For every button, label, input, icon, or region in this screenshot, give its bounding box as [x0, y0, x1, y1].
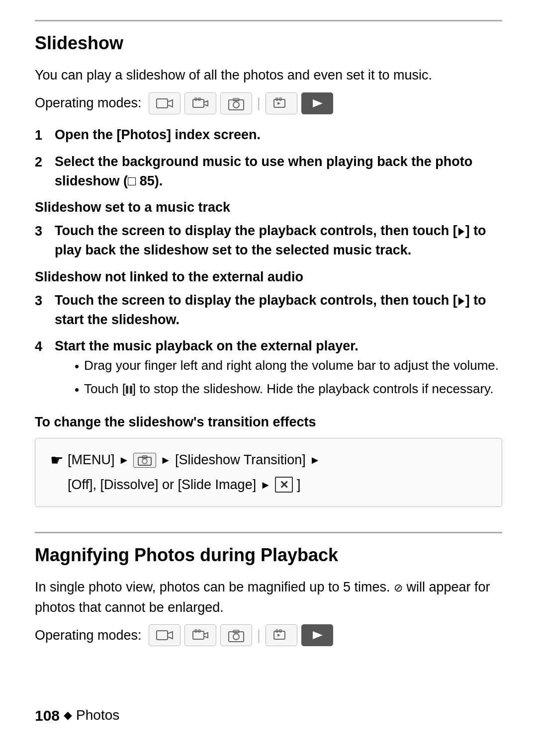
- sub-heading-music: Slideshow set to a music track: [35, 198, 502, 217]
- step-3-ext-text: Touch the screen to display the playback…: [55, 291, 502, 330]
- footer-section-label: Photos: [76, 705, 119, 726]
- mode-btn-camcorder: [149, 92, 180, 114]
- mode-btn-playback-active: [301, 92, 333, 114]
- page: Slideshow You can play a slideshow of al…: [0, 0, 537, 756]
- menu-text-1: [MENU]: [68, 450, 115, 470]
- menu-box: ☛ [MENU] ► ► [Slideshow Transition] ► ☛ …: [35, 438, 502, 507]
- arrow-3: ►: [310, 452, 321, 468]
- main-steps: 1 Open the [Photos] index screen. 2 Sele…: [35, 125, 502, 191]
- step-2-text: Select the background music to use when …: [55, 152, 502, 191]
- step-4-external: 4 Start the music playback on the extern…: [35, 336, 502, 405]
- mode-divider: |: [257, 93, 261, 113]
- mode-btn-movie: [184, 92, 216, 114]
- step-1-num: 1: [35, 125, 49, 145]
- footer-page-number: 108: [35, 705, 60, 727]
- mag-mode-btn-photo: [220, 624, 252, 646]
- close-x-icon: ✕: [275, 477, 293, 493]
- mag-mode-btn-playback-active: [301, 624, 333, 646]
- slideshow-section: Slideshow You can play a slideshow of al…: [35, 20, 502, 512]
- bullet-2-text: Touch [] to stop the slideshow. Hide the…: [84, 379, 493, 399]
- step-4-content: Start the music playback on the external…: [55, 336, 499, 405]
- svg-point-24: [233, 634, 239, 640]
- mode-btn-playback-movie: [266, 92, 297, 114]
- bullet-2: • Touch [] to stop the slideshow. Hide t…: [75, 379, 499, 400]
- step-4-bullets: • Drag your finger left and right along …: [75, 356, 499, 400]
- svg-marker-29: [277, 634, 280, 637]
- step-4-ext-num: 4: [35, 336, 49, 356]
- svg-marker-12: [277, 102, 280, 105]
- step-3-music: 3 Touch the screen to display the playba…: [35, 221, 502, 260]
- magnifying-desc: In single photo view, photos can be magn…: [35, 577, 502, 617]
- bullet-2-dot: •: [75, 380, 79, 400]
- magnifying-modes-label: Operating modes:: [35, 626, 142, 645]
- operating-modes-label: Operating modes:: [35, 93, 142, 113]
- bullet-1-text: Drag your finger left and right along th…: [84, 356, 499, 375]
- svg-point-15: [142, 459, 147, 464]
- footer-bullet: ◆: [64, 707, 72, 723]
- magnifying-title: Magnifying Photos during Playback: [35, 532, 502, 568]
- bullet-1-dot: •: [75, 357, 79, 376]
- mode-btn-photo: [220, 92, 252, 114]
- step-2-num: 2: [35, 152, 49, 172]
- step-3-music-text: Touch the screen to display the playback…: [55, 221, 502, 260]
- slideshow-title: Slideshow: [35, 20, 502, 56]
- svg-marker-18: [168, 632, 173, 639]
- bullet-1: • Drag your finger left and right along …: [75, 356, 499, 376]
- options-text: [Off], [Dissolve] or [Slide Image]: [68, 475, 256, 495]
- step-2: 2 Select the background music to use whe…: [35, 152, 502, 191]
- step-4-ext-text: Start the music playback on the external…: [55, 336, 499, 356]
- mag-mode-btn-movie: [184, 624, 216, 646]
- step-3-ext-num: 3: [35, 291, 49, 311]
- svg-marker-30: [313, 631, 323, 639]
- mag-mode-divider: |: [257, 625, 261, 646]
- step-1-text: Open the [Photos] index screen.: [55, 125, 261, 145]
- svg-rect-17: [157, 631, 168, 640]
- close-bracket: ]: [297, 475, 301, 495]
- menu-row-1: ☛ [MENU] ► ► [Slideshow Transition] ►: [50, 449, 487, 471]
- svg-rect-0: [157, 99, 168, 108]
- mag-mode-btn-camcorder: [149, 624, 180, 646]
- slideshow-transition-text: [Slideshow Transition]: [175, 450, 306, 470]
- hand-icon: ☛: [50, 449, 64, 471]
- step-1: 1 Open the [Photos] index screen.: [35, 125, 502, 145]
- sub-heading-external: Slideshow not linked to the external aud…: [35, 267, 502, 287]
- arrow-1: ►: [119, 452, 130, 468]
- transition-heading: To change the slideshow's transition eff…: [35, 413, 502, 432]
- camera-menu-icon: [133, 453, 156, 468]
- footer: 108 ◆ Photos: [35, 685, 502, 727]
- slideshow-desc: You can play a slideshow of all the phot…: [35, 65, 502, 85]
- mag-mode-btn-playback-movie: [266, 624, 297, 646]
- step-3-external: 3 Touch the screen to display the playba…: [35, 291, 502, 330]
- svg-point-7: [233, 102, 239, 108]
- arrow-2: ►: [160, 452, 171, 468]
- svg-marker-5: [204, 101, 208, 106]
- svg-marker-1: [168, 100, 173, 107]
- svg-marker-22: [204, 633, 208, 638]
- external-steps: 3 Touch the screen to display the playba…: [35, 291, 502, 405]
- music-steps: 3 Touch the screen to display the playba…: [35, 221, 502, 260]
- menu-row-2: ☛ [Off], [Dissolve] or [Slide Image] ► ✕…: [50, 474, 487, 496]
- magnifying-section: Magnifying Photos during Playback In sin…: [35, 532, 502, 657]
- magnifying-operating-modes: Operating modes: |: [35, 624, 502, 646]
- step-3-music-num: 3: [35, 221, 49, 241]
- svg-marker-13: [313, 99, 323, 107]
- arrow-4: ►: [260, 477, 271, 493]
- slideshow-operating-modes: Operating modes: |: [35, 92, 502, 114]
